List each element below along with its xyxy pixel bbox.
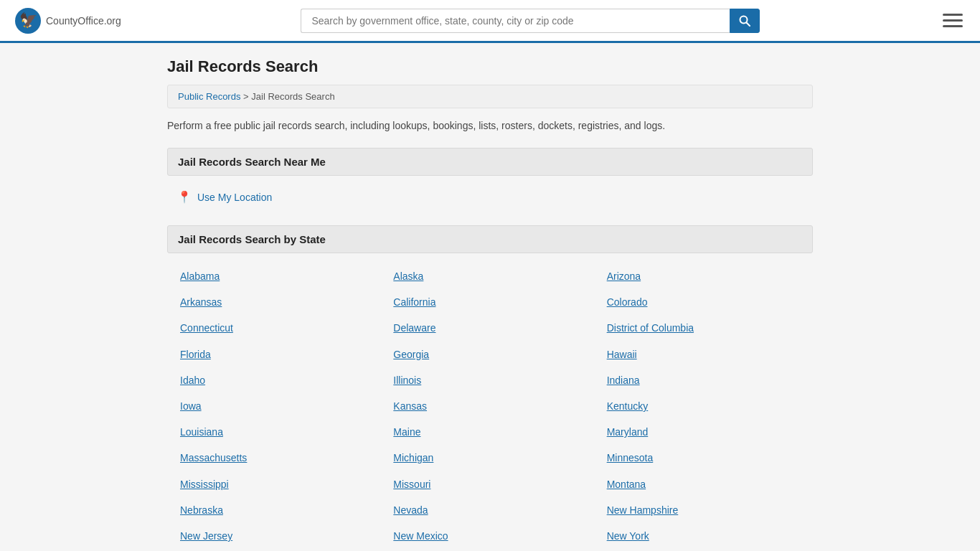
states-grid: AlabamaAlaskaArizonaArkansasCaliforniaCo… [167, 263, 813, 549]
state-link[interactable]: Nebraska [170, 497, 383, 523]
state-link[interactable]: Missouri [383, 471, 596, 497]
state-link[interactable]: Iowa [170, 393, 383, 419]
state-link[interactable]: Illinois [383, 367, 596, 393]
state-link[interactable]: Mississippi [170, 471, 383, 497]
state-link[interactable]: New Mexico [383, 523, 596, 549]
hamburger-line-2 [943, 19, 963, 22]
page-description: Perform a free public jail records searc… [167, 118, 813, 133]
state-link[interactable]: California [383, 289, 596, 315]
near-me-section: Jail Records Search Near Me 📍 Use My Loc… [167, 148, 813, 208]
state-link[interactable]: Kansas [383, 393, 596, 419]
state-link[interactable]: District of Columbia [597, 315, 810, 341]
search-area [301, 9, 760, 33]
search-icon [739, 15, 750, 27]
hamburger-line-1 [943, 14, 963, 16]
menu-button[interactable] [940, 11, 966, 30]
breadcrumb-home-link[interactable]: Public Records [178, 91, 240, 102]
state-link[interactable]: Nevada [383, 497, 596, 523]
state-link[interactable]: Alaska [383, 263, 596, 289]
state-link[interactable]: Hawaii [597, 342, 810, 367]
logo-name: CountyOffice [46, 15, 104, 27]
state-link[interactable]: Idaho [170, 367, 383, 393]
state-link[interactable]: Maryland [597, 419, 810, 445]
state-link[interactable]: Alabama [170, 263, 383, 289]
state-link[interactable]: Indiana [597, 367, 810, 393]
state-link[interactable]: Arizona [597, 263, 810, 289]
by-state-header: Jail Records Search by State [167, 225, 813, 253]
state-link[interactable]: Delaware [383, 315, 596, 341]
state-link[interactable]: Colorado [597, 289, 810, 315]
state-link[interactable]: Maine [383, 419, 596, 445]
by-state-section: Jail Records Search by State AlabamaAlas… [167, 225, 813, 549]
state-link[interactable]: Louisiana [170, 419, 383, 445]
state-link[interactable]: Florida [170, 342, 383, 367]
logo-area: 🦅 CountyOffice.org [14, 7, 121, 34]
svg-line-3 [747, 22, 750, 26]
breadcrumb-current: Jail Records Search [251, 91, 334, 102]
state-link[interactable]: New Hampshire [597, 497, 810, 523]
site-header: 🦅 CountyOffice.org [0, 0, 980, 43]
search-input[interactable] [301, 9, 730, 33]
hamburger-line-3 [943, 25, 963, 27]
location-pin-icon: 📍 [177, 190, 192, 204]
main-content: Jail Records Search Public Records > Jai… [153, 57, 827, 549]
page-title: Jail Records Search [167, 57, 813, 76]
near-me-header: Jail Records Search Near Me [167, 148, 813, 176]
logo-org: .org [104, 15, 121, 27]
state-link[interactable]: New York [597, 523, 810, 549]
search-button[interactable] [730, 9, 760, 33]
state-link[interactable]: Massachusetts [170, 445, 383, 471]
breadcrumb: Public Records > Jail Records Search [167, 85, 813, 108]
use-location-label: Use My Location [197, 192, 272, 203]
svg-text:🦅: 🦅 [19, 11, 37, 29]
use-location-link[interactable]: 📍 Use My Location [167, 186, 813, 208]
state-link[interactable]: Arkansas [170, 289, 383, 315]
logo-icon: 🦅 [14, 7, 42, 34]
state-link[interactable]: Kentucky [597, 393, 810, 419]
logo-text: CountyOffice.org [46, 13, 121, 28]
state-link[interactable]: New Jersey [170, 523, 383, 549]
breadcrumb-separator: > [243, 91, 249, 102]
state-link[interactable]: Georgia [383, 342, 596, 367]
state-link[interactable]: Michigan [383, 445, 596, 471]
state-link[interactable]: Minnesota [597, 445, 810, 471]
state-link[interactable]: Connecticut [170, 315, 383, 341]
state-link[interactable]: Montana [597, 471, 810, 497]
